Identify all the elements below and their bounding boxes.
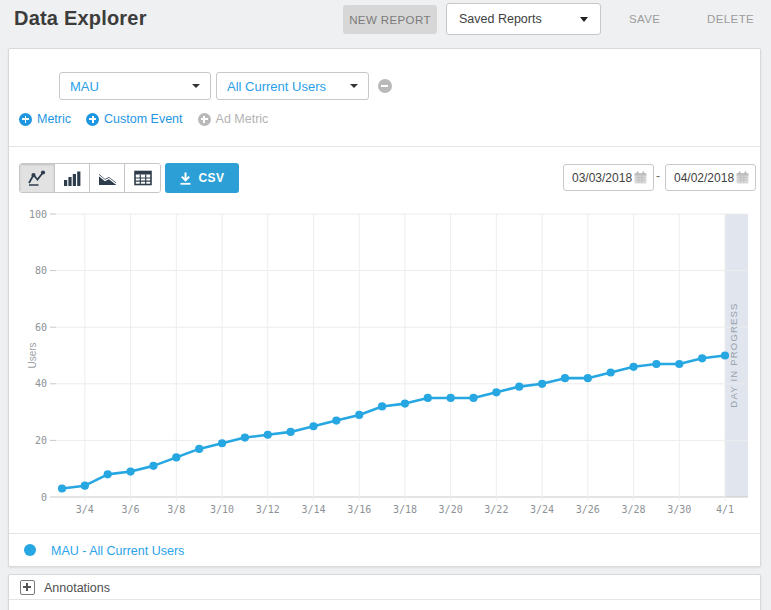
table-icon xyxy=(134,170,152,186)
chevron-down-icon xyxy=(580,17,588,22)
area-chart-type-button[interactable] xyxy=(90,164,125,192)
chart-type-toggle-group xyxy=(19,163,161,193)
svg-text:3/20: 3/20 xyxy=(439,504,463,515)
date-from-input[interactable]: 03/03/2018 xyxy=(563,164,654,191)
add-metric-label: Metric xyxy=(37,112,71,126)
csv-button-label: CSV xyxy=(198,171,224,185)
svg-text:20: 20 xyxy=(35,435,47,446)
delete-button[interactable]: DELETE xyxy=(707,13,754,25)
add-custom-event-label: Custom Event xyxy=(104,112,183,126)
segment-select[interactable]: All Current Users xyxy=(216,72,369,100)
area-chart-icon xyxy=(98,170,117,186)
date-to-input[interactable]: 04/02/2018 xyxy=(665,164,756,191)
date-to-value: 04/02/2018 xyxy=(666,171,736,185)
line-chart[interactable]: 0204060801003/43/63/83/103/123/143/163/1… xyxy=(9,205,762,517)
svg-text:40: 40 xyxy=(35,378,47,389)
date-from-value: 03/03/2018 xyxy=(564,171,634,185)
svg-text:3/16: 3/16 xyxy=(347,504,371,515)
table-chart-type-button[interactable] xyxy=(125,164,160,192)
add-metric-link[interactable]: Metric xyxy=(19,112,71,126)
svg-text:3/26: 3/26 xyxy=(576,504,600,515)
new-report-button[interactable]: NEW REPORT xyxy=(343,5,437,34)
svg-text:0: 0 xyxy=(41,492,47,503)
svg-text:3/28: 3/28 xyxy=(622,504,646,515)
chart-legend: MAU - All Current Users xyxy=(9,534,760,567)
plus-circle-icon xyxy=(19,113,32,126)
svg-text:100: 100 xyxy=(29,209,47,220)
plus-circle-icon xyxy=(86,113,99,126)
svg-text:3/18: 3/18 xyxy=(393,504,417,515)
svg-text:3/4: 3/4 xyxy=(76,504,94,515)
metric-select[interactable]: MAU xyxy=(59,72,211,100)
svg-text:3/24: 3/24 xyxy=(530,504,554,515)
svg-text:DAY IN PROGRESS: DAY IN PROGRESS xyxy=(728,302,739,407)
svg-text:3/8: 3/8 xyxy=(167,504,185,515)
add-ad-metric-link: Ad Metric xyxy=(198,112,269,126)
page-title: Data Explorer xyxy=(14,7,147,30)
line-chart-icon xyxy=(28,170,47,186)
calendar-icon[interactable] xyxy=(634,171,647,184)
chevron-down-icon xyxy=(192,84,200,88)
svg-text:4/1: 4/1 xyxy=(716,504,734,515)
remove-metric-button[interactable] xyxy=(378,79,392,93)
annotations-header[interactable]: Annotations xyxy=(9,575,760,599)
bar-chart-type-button[interactable] xyxy=(55,164,90,192)
legend-series-dot xyxy=(24,544,36,556)
annotations-label: Annotations xyxy=(44,581,110,595)
svg-text:3/22: 3/22 xyxy=(484,504,508,515)
saved-reports-value: Saved Reports xyxy=(447,12,580,26)
legend-series-label[interactable]: MAU - All Current Users xyxy=(51,544,184,558)
svg-text:3/12: 3/12 xyxy=(256,504,280,515)
annotations-panel: Annotations xyxy=(8,574,761,610)
metric-select-value: MAU xyxy=(60,79,192,94)
save-button[interactable]: SAVE xyxy=(629,13,660,25)
download-icon xyxy=(179,172,192,185)
calendar-icon[interactable] xyxy=(736,171,749,184)
date-range-separator: - xyxy=(656,169,660,183)
svg-text:3/30: 3/30 xyxy=(667,504,691,515)
segment-select-value: All Current Users xyxy=(217,79,350,94)
csv-download-button[interactable]: CSV xyxy=(165,163,239,193)
minus-circle-icon xyxy=(378,79,392,93)
divider xyxy=(9,146,760,147)
svg-text:60: 60 xyxy=(35,322,47,333)
line-chart-type-button[interactable] xyxy=(20,164,55,192)
add-custom-event-link[interactable]: Custom Event xyxy=(86,112,183,126)
add-links-row: Metric Custom Event Ad Metric xyxy=(19,112,283,126)
svg-text:3/14: 3/14 xyxy=(301,504,325,515)
svg-text:Users: Users xyxy=(27,342,38,368)
svg-text:80: 80 xyxy=(35,265,47,276)
add-ad-metric-label: Ad Metric xyxy=(216,112,269,126)
plus-circle-icon xyxy=(198,113,211,126)
chevron-down-icon xyxy=(350,84,358,88)
svg-text:3/6: 3/6 xyxy=(122,504,140,515)
divider xyxy=(9,599,760,600)
report-panel: MAU All Current Users Metric Custom Even… xyxy=(8,48,761,567)
svg-text:3/10: 3/10 xyxy=(210,504,234,515)
saved-reports-dropdown[interactable]: Saved Reports xyxy=(446,3,601,35)
line-chart-svg: 0204060801003/43/63/83/103/123/143/163/1… xyxy=(9,205,762,517)
bar-chart-icon xyxy=(63,170,81,186)
plus-square-icon[interactable] xyxy=(20,580,35,595)
